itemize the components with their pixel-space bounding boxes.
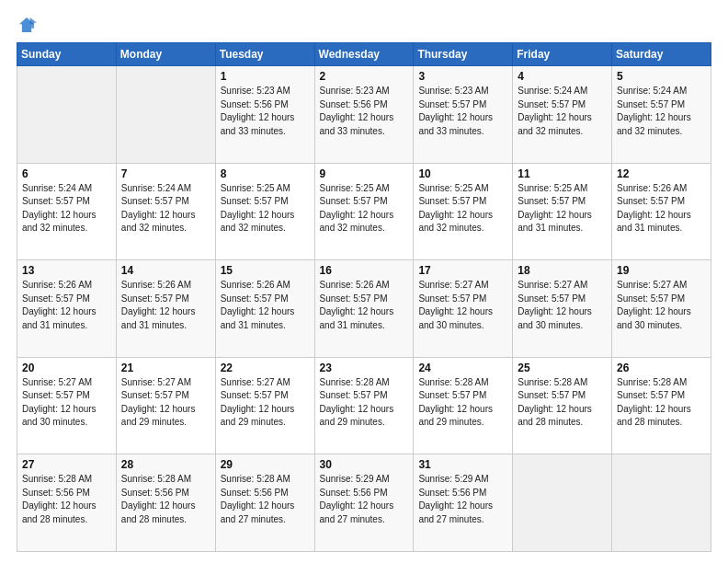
day-number: 30 — [320, 458, 409, 471]
day-info: Sunrise: 5:27 AM Sunset: 5:57 PM Dayligh… — [121, 376, 210, 430]
day-info: Sunrise: 5:27 AM Sunset: 5:57 PM Dayligh… — [617, 279, 706, 332]
calendar-cell — [17, 66, 117, 164]
day-info: Sunrise: 5:28 AM Sunset: 5:57 PM Dayligh… — [617, 376, 706, 430]
calendar-cell — [513, 454, 612, 552]
day-number: 5 — [617, 70, 706, 83]
day-number: 20 — [22, 362, 111, 374]
day-info: Sunrise: 5:25 AM Sunset: 5:57 PM Dayligh… — [221, 182, 310, 236]
day-info: Sunrise: 5:27 AM Sunset: 5:57 PM Dayligh… — [418, 279, 507, 332]
calendar-cell: 13Sunrise: 5:26 AM Sunset: 5:57 PM Dayli… — [17, 260, 117, 358]
calendar-cell: 8Sunrise: 5:25 AM Sunset: 5:57 PM Daylig… — [215, 163, 314, 260]
calendar-cell: 25Sunrise: 5:28 AM Sunset: 5:57 PM Dayli… — [513, 357, 612, 454]
logo-icon — [17, 15, 37, 35]
calendar-cell: 4Sunrise: 5:24 AM Sunset: 5:57 PM Daylig… — [513, 66, 612, 164]
day-info: Sunrise: 5:24 AM Sunset: 5:57 PM Dayligh… — [121, 182, 210, 236]
day-info: Sunrise: 5:29 AM Sunset: 5:56 PM Dayligh… — [418, 473, 507, 526]
day-number: 23 — [320, 362, 409, 374]
day-info: Sunrise: 5:27 AM Sunset: 5:57 PM Dayligh… — [221, 376, 310, 430]
calendar-cell — [116, 66, 215, 164]
calendar-cell: 16Sunrise: 5:26 AM Sunset: 5:57 PM Dayli… — [314, 260, 414, 358]
day-number: 15 — [221, 264, 310, 277]
calendar-cell: 27Sunrise: 5:28 AM Sunset: 5:56 PM Dayli… — [17, 454, 117, 552]
page: SundayMondayTuesdayWednesdayThursdayFrid… — [0, 0, 728, 563]
day-info: Sunrise: 5:26 AM Sunset: 5:57 PM Dayligh… — [617, 182, 706, 236]
day-number: 4 — [518, 70, 607, 83]
day-info: Sunrise: 5:28 AM Sunset: 5:57 PM Dayligh… — [518, 376, 607, 430]
day-number: 21 — [121, 362, 210, 374]
calendar-cell — [612, 454, 711, 552]
day-number: 17 — [418, 264, 507, 277]
calendar-cell: 5Sunrise: 5:24 AM Sunset: 5:57 PM Daylig… — [612, 66, 711, 164]
calendar-cell: 28Sunrise: 5:28 AM Sunset: 5:56 PM Dayli… — [116, 454, 215, 552]
day-info: Sunrise: 5:28 AM Sunset: 5:56 PM Dayligh… — [121, 473, 210, 526]
calendar-cell: 17Sunrise: 5:27 AM Sunset: 5:57 PM Dayli… — [414, 260, 513, 358]
calendar-table: SundayMondayTuesdayWednesdayThursdayFrid… — [17, 42, 711, 552]
calendar-cell: 6Sunrise: 5:24 AM Sunset: 5:57 PM Daylig… — [17, 163, 117, 260]
calendar-cell: 24Sunrise: 5:28 AM Sunset: 5:57 PM Dayli… — [414, 357, 513, 454]
day-info: Sunrise: 5:24 AM Sunset: 5:57 PM Dayligh… — [518, 85, 607, 138]
logo — [17, 15, 40, 35]
day-header: Thursday — [414, 43, 513, 66]
day-info: Sunrise: 5:23 AM Sunset: 5:56 PM Dayligh… — [221, 85, 310, 138]
calendar-cell: 31Sunrise: 5:29 AM Sunset: 5:56 PM Dayli… — [414, 454, 513, 552]
day-info: Sunrise: 5:25 AM Sunset: 5:57 PM Dayligh… — [418, 182, 507, 236]
day-info: Sunrise: 5:26 AM Sunset: 5:57 PM Dayligh… — [320, 279, 409, 332]
day-info: Sunrise: 5:28 AM Sunset: 5:56 PM Dayligh… — [22, 473, 111, 526]
calendar-cell: 22Sunrise: 5:27 AM Sunset: 5:57 PM Dayli… — [215, 357, 314, 454]
day-number: 3 — [418, 70, 507, 83]
day-info: Sunrise: 5:27 AM Sunset: 5:57 PM Dayligh… — [518, 279, 607, 332]
day-number: 31 — [418, 458, 507, 471]
day-number: 14 — [121, 264, 210, 277]
calendar-cell: 23Sunrise: 5:28 AM Sunset: 5:57 PM Dayli… — [314, 357, 414, 454]
day-number: 12 — [617, 167, 706, 180]
day-info: Sunrise: 5:28 AM Sunset: 5:57 PM Dayligh… — [418, 376, 507, 430]
day-number: 7 — [121, 167, 210, 180]
day-info: Sunrise: 5:23 AM Sunset: 5:56 PM Dayligh… — [320, 85, 409, 138]
day-number: 13 — [22, 264, 111, 277]
day-info: Sunrise: 5:27 AM Sunset: 5:57 PM Dayligh… — [22, 376, 111, 430]
day-header: Tuesday — [215, 43, 314, 66]
day-number: 11 — [518, 167, 607, 180]
day-header: Saturday — [612, 43, 711, 66]
day-info: Sunrise: 5:28 AM Sunset: 5:56 PM Dayligh… — [221, 473, 310, 526]
calendar-cell: 20Sunrise: 5:27 AM Sunset: 5:57 PM Dayli… — [17, 357, 117, 454]
day-number: 22 — [221, 362, 310, 374]
day-number: 27 — [22, 458, 111, 471]
day-number: 1 — [221, 70, 310, 83]
day-info: Sunrise: 5:26 AM Sunset: 5:57 PM Dayligh… — [121, 279, 210, 332]
calendar-cell: 12Sunrise: 5:26 AM Sunset: 5:57 PM Dayli… — [612, 163, 711, 260]
day-number: 9 — [320, 167, 409, 180]
day-info: Sunrise: 5:24 AM Sunset: 5:57 PM Dayligh… — [617, 85, 706, 138]
day-number: 6 — [22, 167, 111, 180]
day-number: 18 — [518, 264, 607, 277]
day-header: Friday — [513, 43, 612, 66]
day-number: 28 — [121, 458, 210, 471]
day-info: Sunrise: 5:28 AM Sunset: 5:57 PM Dayligh… — [320, 376, 409, 430]
day-number: 25 — [518, 362, 607, 374]
day-number: 26 — [617, 362, 706, 374]
day-number: 24 — [418, 362, 507, 374]
calendar-cell: 15Sunrise: 5:26 AM Sunset: 5:57 PM Dayli… — [215, 260, 314, 358]
calendar-cell: 30Sunrise: 5:29 AM Sunset: 5:56 PM Dayli… — [314, 454, 414, 552]
day-number: 2 — [320, 70, 409, 83]
day-number: 19 — [617, 264, 706, 277]
calendar-cell: 3Sunrise: 5:23 AM Sunset: 5:57 PM Daylig… — [414, 66, 513, 164]
day-info: Sunrise: 5:26 AM Sunset: 5:57 PM Dayligh… — [221, 279, 310, 332]
day-number: 29 — [221, 458, 310, 471]
calendar-cell: 26Sunrise: 5:28 AM Sunset: 5:57 PM Dayli… — [612, 357, 711, 454]
day-number: 8 — [221, 167, 310, 180]
header — [17, 15, 711, 35]
calendar-cell: 1Sunrise: 5:23 AM Sunset: 5:56 PM Daylig… — [215, 66, 314, 164]
calendar-cell: 21Sunrise: 5:27 AM Sunset: 5:57 PM Dayli… — [116, 357, 215, 454]
calendar-cell: 18Sunrise: 5:27 AM Sunset: 5:57 PM Dayli… — [513, 260, 612, 358]
calendar-cell: 2Sunrise: 5:23 AM Sunset: 5:56 PM Daylig… — [314, 66, 414, 164]
calendar-cell: 29Sunrise: 5:28 AM Sunset: 5:56 PM Dayli… — [215, 454, 314, 552]
calendar-cell: 11Sunrise: 5:25 AM Sunset: 5:57 PM Dayli… — [513, 163, 612, 260]
day-info: Sunrise: 5:25 AM Sunset: 5:57 PM Dayligh… — [320, 182, 409, 236]
day-info: Sunrise: 5:29 AM Sunset: 5:56 PM Dayligh… — [320, 473, 409, 526]
day-info: Sunrise: 5:24 AM Sunset: 5:57 PM Dayligh… — [22, 182, 111, 236]
day-header: Wednesday — [314, 43, 414, 66]
calendar-cell: 19Sunrise: 5:27 AM Sunset: 5:57 PM Dayli… — [612, 260, 711, 358]
day-info: Sunrise: 5:23 AM Sunset: 5:57 PM Dayligh… — [418, 85, 507, 138]
calendar-cell: 14Sunrise: 5:26 AM Sunset: 5:57 PM Dayli… — [116, 260, 215, 358]
